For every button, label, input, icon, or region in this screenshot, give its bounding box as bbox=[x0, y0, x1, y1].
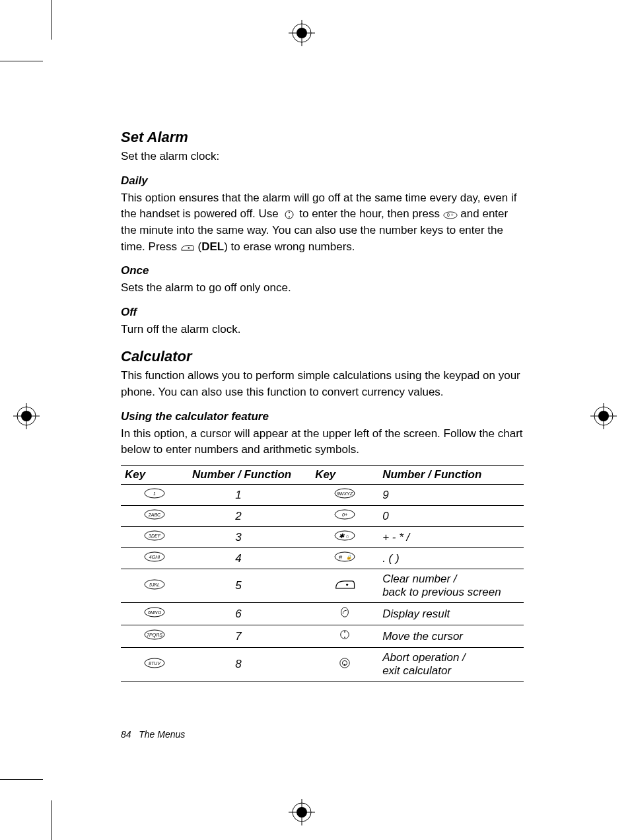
crop-mark bbox=[52, 0, 52, 40]
svg-point-46 bbox=[341, 608, 349, 617]
heading-calculator: Calculator bbox=[121, 348, 524, 365]
del-label: DEL bbox=[201, 240, 224, 253]
svg-text:⌂: ⌂ bbox=[346, 534, 349, 538]
heading-daily: Daily bbox=[121, 174, 524, 188]
key-function-table: Key Number / Function Key Number / Funct… bbox=[121, 465, 524, 682]
page-number: 84 bbox=[121, 729, 131, 740]
svg-text:✱: ✱ bbox=[339, 532, 345, 540]
registration-mark-bottom bbox=[289, 799, 315, 825]
key-icon-2abc: 2ABC bbox=[121, 506, 188, 527]
svg-point-43 bbox=[346, 584, 348, 586]
right-softkey-icon bbox=[180, 241, 195, 250]
using-calculator-body: In this option, a cursor will appear at … bbox=[121, 426, 524, 458]
key-icon-0+: 0+ bbox=[311, 506, 378, 527]
registration-mark-top bbox=[289, 20, 315, 46]
crop-mark bbox=[0, 779, 43, 780]
footer-section: The Menus bbox=[139, 729, 185, 740]
key-icon-#: #🔒 bbox=[311, 548, 378, 569]
svg-text:+: + bbox=[450, 213, 453, 218]
table-row: 8TUV8Abort operation /exit calculator bbox=[121, 648, 524, 682]
crop-mark bbox=[0, 61, 43, 61]
zero-plus-key-icon: 0+ bbox=[443, 208, 458, 217]
svg-text:2ABC: 2ABC bbox=[148, 512, 161, 517]
svg-text:🔒: 🔒 bbox=[345, 554, 353, 560]
svg-point-22 bbox=[188, 247, 189, 248]
heading-off: Off bbox=[121, 306, 524, 319]
key-icon-4ghi: 4GHI bbox=[121, 548, 188, 569]
key-icon-soft-r bbox=[311, 569, 378, 603]
once-body: Sets the alarm to go off only once. bbox=[121, 280, 524, 297]
key-function-left: 1 bbox=[188, 485, 311, 506]
table-row: 119WXYZ9 bbox=[121, 485, 524, 506]
heading-set-alarm: Set Alarm bbox=[121, 129, 524, 146]
key-icon-9wxyz: 9WXYZ bbox=[311, 485, 378, 506]
key-icon-1: 1 bbox=[121, 485, 188, 506]
set-alarm-intro: Set the alarm clock: bbox=[121, 149, 524, 165]
key-function-left: 3 bbox=[188, 527, 311, 548]
svg-text:0: 0 bbox=[447, 213, 450, 218]
navigation-key-icon bbox=[282, 208, 297, 217]
key-function-right: Clear number /back to previous screen bbox=[378, 569, 524, 603]
svg-text:0+: 0+ bbox=[342, 512, 347, 517]
svg-text:6MNO: 6MNO bbox=[148, 610, 162, 615]
key-icon-send bbox=[311, 603, 378, 625]
crop-mark bbox=[52, 800, 52, 840]
key-function-left: 4 bbox=[188, 548, 311, 569]
key-icon-*: ✱⌂ bbox=[311, 527, 378, 548]
daily-text-2: to enter the hour, then press bbox=[299, 207, 442, 220]
table-row: 7PQRS7Move the cursor bbox=[121, 625, 524, 648]
key-function-right: . ( ) bbox=[378, 548, 524, 569]
key-icon-3def: 3DEF bbox=[121, 527, 188, 548]
th-fn-2: Number / Function bbox=[378, 466, 524, 485]
svg-text:#: # bbox=[339, 554, 343, 561]
key-function-right: 0 bbox=[378, 506, 524, 527]
svg-text:9WXYZ: 9WXYZ bbox=[337, 491, 353, 496]
key-function-left: 8 bbox=[188, 648, 311, 682]
off-body: Turn off the alarm clock. bbox=[121, 322, 524, 338]
svg-point-51 bbox=[344, 637, 345, 638]
svg-point-18 bbox=[289, 217, 290, 218]
key-function-right: Abort operation /exit calculator bbox=[378, 648, 524, 682]
key-function-left: 5 bbox=[188, 569, 311, 603]
page-footer: 84 The Menus bbox=[121, 729, 185, 740]
key-function-left: 6 bbox=[188, 603, 311, 625]
registration-mark-right bbox=[590, 403, 617, 429]
heading-using-calculator: Using the calculator feature bbox=[121, 410, 524, 423]
daily-text-5: ) to erase wrong numbers. bbox=[224, 240, 355, 253]
svg-text:5JKL: 5JKL bbox=[149, 582, 160, 587]
svg-text:4GHI: 4GHI bbox=[149, 555, 160, 559]
heading-once: Once bbox=[121, 264, 524, 277]
th-fn-1: Number / Function bbox=[188, 466, 311, 485]
page-content: Set Alarm Set the alarm clock: Daily Thi… bbox=[121, 129, 524, 682]
table-row: 3DEF3✱⌂+ - * / bbox=[121, 527, 524, 548]
calculator-intro: This function allows you to perform simp… bbox=[121, 368, 524, 400]
key-function-right: + - * / bbox=[378, 527, 524, 548]
table-row: 6MNO6Display result bbox=[121, 603, 524, 625]
key-function-left: 2 bbox=[188, 506, 311, 527]
registration-mark-left bbox=[13, 403, 40, 429]
key-function-right: 9 bbox=[378, 485, 524, 506]
table-row: 2ABC20+0 bbox=[121, 506, 524, 527]
svg-text:8TUV: 8TUV bbox=[149, 661, 161, 666]
key-icon-nav bbox=[311, 625, 378, 648]
table-row: 4GHI4#🔒. ( ) bbox=[121, 548, 524, 569]
svg-text:7PQRS: 7PQRS bbox=[147, 633, 162, 638]
svg-text:1: 1 bbox=[153, 491, 156, 496]
svg-point-56 bbox=[344, 664, 345, 665]
svg-point-50 bbox=[344, 631, 345, 633]
th-key-1: Key bbox=[121, 466, 188, 485]
svg-text:3DEF: 3DEF bbox=[149, 534, 161, 538]
key-function-right: Display result bbox=[378, 603, 524, 625]
th-key-2: Key bbox=[311, 466, 378, 485]
svg-point-54 bbox=[340, 658, 349, 667]
svg-point-19 bbox=[443, 212, 456, 219]
key-icon-7pqrs: 7PQRS bbox=[121, 625, 188, 648]
key-icon-8tuv: 8TUV bbox=[121, 648, 188, 682]
key-function-right: Move the cursor bbox=[378, 625, 524, 648]
key-function-left: 7 bbox=[188, 625, 311, 648]
key-icon-6mno: 6MNO bbox=[121, 603, 188, 625]
table-row: 5JKL5Clear number /back to previous scre… bbox=[121, 569, 524, 603]
daily-body: This option ensures that the alarm will … bbox=[121, 190, 524, 256]
key-icon-end bbox=[311, 648, 378, 682]
key-icon-5jkl: 5JKL bbox=[121, 569, 188, 603]
